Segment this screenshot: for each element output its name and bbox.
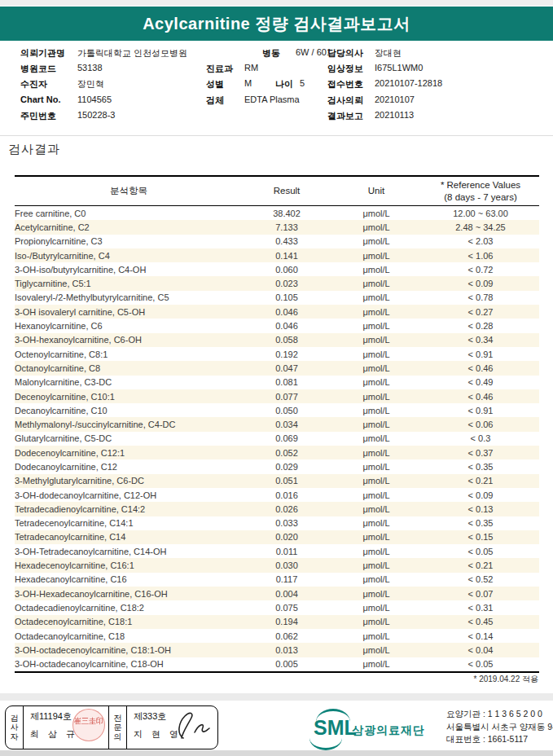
reference-range: < 0.37 <box>422 446 539 459</box>
reference-range: < 0.05 <box>422 657 539 672</box>
analyte-name: 3-OH-Tetradecanoylcarnitine, C14-OH <box>15 544 243 558</box>
reference-range: < 0.04 <box>422 643 539 657</box>
result-value: 0.141 <box>243 248 331 262</box>
result-value: 0.194 <box>243 615 331 629</box>
reference-range: < 0.05 <box>422 544 539 558</box>
unit-value: μmol/L <box>331 516 422 530</box>
result-row: Octadecenoylcarnitine, C18:10.194μmol/L<… <box>15 615 539 629</box>
result-value: 0.052 <box>243 446 331 459</box>
unit-value: μmol/L <box>331 530 422 544</box>
result-value: 0.013 <box>243 643 331 657</box>
reference-range: < 0.13 <box>422 502 539 516</box>
result-value: 0.117 <box>243 573 331 587</box>
analyte-name: 3-OH-iso/butyrylcarnitine, C4-OH <box>15 262 243 276</box>
unit-value: μmol/L <box>331 657 422 672</box>
analyte-name: Tetradecenoylcarnitine, C14:1 <box>15 516 243 530</box>
dept-label: 진료과 <box>206 63 233 75</box>
results-section-title: 검사결과 <box>8 142 60 157</box>
logo-bottom-arc-icon <box>309 738 342 750</box>
accession-label: 접수번호 <box>327 78 363 90</box>
analyte-name: Free carnitine, C0 <box>15 206 243 221</box>
footer-divider-band <box>0 693 553 701</box>
analyte-name: Glutarylcarnitine, C5-DC <box>15 432 243 446</box>
reference-range: < 0.09 <box>422 488 539 502</box>
unit-value: μmol/L <box>331 291 422 305</box>
examiner-box-label: 검사자 <box>6 706 24 749</box>
result-row: Octanoylcarnitine, C80.047μmol/L< 0.46 <box>15 361 539 375</box>
analyte-name: Octenoylcarnitine, C8:1 <box>15 347 243 361</box>
unit-value: μmol/L <box>331 389 422 403</box>
reference-range: < 0.34 <box>422 333 539 347</box>
result-row: Octadecanoylcarnitine, C180.062μmol/L< 0… <box>15 629 539 643</box>
analyte-name: Octanoylcarnitine, C8 <box>15 361 243 375</box>
result-value: 0.011 <box>243 544 331 558</box>
result-value: 0.069 <box>243 432 331 446</box>
result-row: Tetradecadienoylcarnitine, C14:20.026μmo… <box>15 502 539 516</box>
result-value: 0.062 <box>243 629 331 643</box>
hospital-code-value: 53138 <box>77 63 103 73</box>
result-value: 38.402 <box>243 206 331 221</box>
unit-value: μmol/L <box>331 643 422 657</box>
analyte-name: Tiglycarnitine, C5:1 <box>15 276 243 290</box>
result-row: Octadecadienoylcarnitine, C18:20.075μmol… <box>15 600 539 614</box>
result-value: 0.060 <box>243 262 331 276</box>
result-row: 3-OH-octadecenoylcarnitine, C18:1-OH0.01… <box>15 643 539 657</box>
analyte-name: Isovaleryl-/2-Methylbutyrylcarnitine, C5 <box>15 291 243 305</box>
result-row: Dodecenoylcarnitine, C12:10.052μmol/L< 0… <box>15 446 539 459</box>
specialist-box-label: 전문의 <box>109 706 127 749</box>
analyte-name: Propionylcarnitine, C3 <box>15 235 243 248</box>
sex-label: 성별 <box>206 78 224 90</box>
col-header-unit: Unit <box>331 176 422 206</box>
org-label: 의뢰기관명 <box>20 47 65 59</box>
unit-value: μmol/L <box>331 403 422 417</box>
report-date-value: 20210113 <box>375 110 414 120</box>
result-row: Iso-/Butyrylcarnitine, C40.141μmol/L< 1.… <box>15 248 539 262</box>
request-date-value: 20210107 <box>375 94 415 104</box>
unit-value: μmol/L <box>331 417 422 431</box>
result-row: 3-OH-octadecanoylcarnitine, C18-OH0.005μ… <box>15 657 539 672</box>
result-value: 0.047 <box>243 361 331 375</box>
unit-value: μmol/L <box>331 206 422 221</box>
unit-value: μmol/L <box>331 361 422 375</box>
result-row: Free carnitine, C038.402μmol/L12.00 ~ 63… <box>15 206 539 221</box>
analyte-name: Tetradecadienoylcarnitine, C14:2 <box>15 502 243 516</box>
lab-name: 삼광의료재단 <box>352 723 425 738</box>
analyte-name: Octadecadienoylcarnitine, C18:2 <box>15 600 243 614</box>
col-header-item: 분석항목 <box>15 176 243 206</box>
reference-range: < 0.49 <box>422 376 539 389</box>
org-value: 가톨릭대학교 인천성모병원 <box>77 47 187 59</box>
specimen-label: 검체 <box>206 94 224 107</box>
result-value: 0.192 <box>243 347 331 361</box>
reference-range: < 0.78 <box>422 291 539 305</box>
clinical-value: I675L1WM0 <box>375 63 423 73</box>
chart-no-value: 1104565 <box>77 94 112 104</box>
unit-value: μmol/L <box>331 276 422 290</box>
doctor-label: 담당의사 <box>327 47 363 59</box>
reference-range: < 0.91 <box>422 347 539 361</box>
result-row: Octenoylcarnitine, C8:10.192μmol/L< 0.91 <box>15 347 539 361</box>
reference-range: < 0.46 <box>422 361 539 375</box>
result-value: 0.075 <box>243 600 331 614</box>
sex-value: M <box>244 78 252 88</box>
hospital-code-label: 병원코드 <box>20 63 56 75</box>
clinical-label: 임상정보 <box>327 63 363 75</box>
result-row: Tetradecanoylcarnitine, C140.020μmol/L< … <box>15 530 539 544</box>
doctor-value: 장대현 <box>375 47 402 59</box>
unit-value: μmol/L <box>331 488 422 502</box>
patient-info-block: 의뢰기관명 가톨릭대학교 인천성모병원 병동 6W / 601 담당의사 장대현… <box>0 0 553 134</box>
reference-range: < 0.46 <box>422 389 539 403</box>
lab-phone: 대표번호 : 1661-5117 <box>446 733 553 746</box>
dept-value: RM <box>244 63 258 73</box>
result-value: 0.105 <box>243 291 331 305</box>
ward-label: 병동 <box>262 47 280 59</box>
unit-value: μmol/L <box>331 333 422 347</box>
analyte-name: 3-Methylglutarylcarnitine, C6-DC <box>15 474 243 488</box>
col-header-reference: * Reference Values (8 days - 7 years) <box>422 176 539 206</box>
reference-range: < 0.45 <box>422 615 539 629</box>
reference-range: < 1.06 <box>422 248 539 262</box>
result-value: 0.004 <box>243 587 331 600</box>
unit-value: μmol/L <box>331 629 422 643</box>
reference-range: 12.00 ~ 63.00 <box>422 206 539 221</box>
patient-value: 장민혁 <box>77 78 104 90</box>
result-row: Decenoylcarnitine, C10:10.077μmol/L< 0.4… <box>15 389 539 403</box>
